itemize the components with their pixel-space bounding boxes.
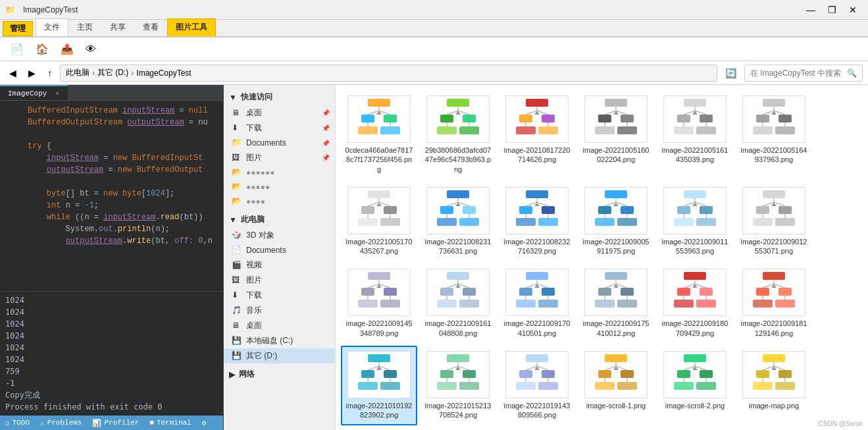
svg-rect-209 bbox=[779, 288, 792, 296]
console-line: 1024 bbox=[5, 294, 218, 306]
file-item[interactable]: image-20221009175410012.png bbox=[578, 263, 654, 343]
sidebar-item-video[interactable]: 🎬 视频 bbox=[224, 257, 335, 273]
pictures-icon: 🖼 bbox=[232, 153, 242, 163]
ribbon-cmd-share[interactable]: 📤 bbox=[55, 41, 79, 57]
ribbon-cmd-file[interactable]: 📄 bbox=[5, 41, 29, 57]
search-box[interactable]: 🔍 bbox=[744, 65, 863, 82]
file-item[interactable]: image-scroll-2.png bbox=[657, 346, 733, 425]
sidebar-item-local-c[interactable]: 💾 本地磁盘 (C:) bbox=[224, 333, 335, 348]
close-button[interactable]: ✕ bbox=[843, 3, 863, 17]
ribbon-tab-图片工具[interactable]: 图片工具 bbox=[167, 18, 216, 36]
svg-rect-4 bbox=[361, 115, 374, 122]
svg-rect-100 bbox=[519, 206, 532, 214]
file-item[interactable]: image-20221009145348789.png bbox=[341, 263, 417, 343]
ribbon-tab-共享[interactable]: 共享 bbox=[101, 18, 134, 36]
file-name: image-20221010192823902.png bbox=[345, 401, 413, 420]
console-line: 1024 bbox=[5, 318, 218, 330]
bottom-settings[interactable]: ⚙ bbox=[202, 419, 207, 427]
bottom-todo[interactable]: ☑TODO bbox=[5, 419, 30, 427]
svg-rect-69 bbox=[753, 126, 773, 134]
file-item[interactable]: image-20210817220714626.png bbox=[499, 90, 575, 179]
sidebar-item-documents[interactable]: 📁 Documents 📌 bbox=[224, 136, 335, 150]
file-thumbnail bbox=[426, 187, 490, 234]
bottom-profiler[interactable]: 📊Profiler bbox=[92, 419, 139, 427]
sidebar-item-folder2[interactable]: 📂 ●●●●● bbox=[224, 180, 335, 194]
address-path[interactable]: 此电脑 › 其它 (D:) › ImageCopyTest bbox=[60, 65, 717, 82]
sidebar-item-docs[interactable]: 📄 Documents bbox=[224, 243, 335, 257]
back-button[interactable]: ◀ bbox=[5, 67, 20, 80]
sidebar-item-music[interactable]: 🎵 音乐 bbox=[224, 303, 335, 318]
file-item[interactable]: image-map.png bbox=[736, 346, 812, 425]
ribbon-cmd-view[interactable]: 👁 bbox=[80, 42, 101, 57]
file-item[interactable]: image-20221005164937963.png bbox=[736, 90, 812, 179]
file-item[interactable]: image-20221009161048808.png bbox=[420, 263, 496, 343]
code-tab-imagecopy[interactable]: ImageCopy ✕ bbox=[0, 85, 68, 100]
file-item[interactable]: image-20221009170410501.png bbox=[499, 263, 575, 343]
search-input[interactable] bbox=[750, 68, 847, 78]
forward-button[interactable]: ▶ bbox=[24, 67, 39, 80]
minimize-button[interactable]: — bbox=[801, 3, 821, 17]
this-pc-header[interactable]: ▼ 此电脑 bbox=[224, 211, 335, 228]
sidebar-item-folder3[interactable]: 📂 ●●●● bbox=[224, 194, 335, 209]
network-header[interactable]: ▶ 网络 bbox=[224, 366, 335, 383]
file-item[interactable]: image-20221009005911975.png bbox=[578, 182, 654, 261]
sidebar-item-3d[interactable]: 🎲 3D 对象 bbox=[224, 228, 335, 243]
file-item[interactable]: image-20221015213708524.png bbox=[420, 346, 496, 425]
svg-rect-65 bbox=[779, 115, 792, 122]
file-item[interactable]: image-scroll-1.png bbox=[578, 346, 654, 425]
svg-rect-143 bbox=[775, 218, 795, 226]
ribbon-tab-文件[interactable]: 文件 bbox=[36, 18, 68, 36]
file-item[interactable]: image-20221010192823902.png bbox=[341, 346, 417, 425]
sidebar-item-drive-d[interactable]: 💾 其它 (D:) bbox=[224, 348, 335, 363]
file-item[interactable]: image-20221008231736631.png bbox=[420, 182, 496, 261]
path-part-0[interactable]: 此电脑 bbox=[66, 67, 89, 78]
svg-rect-153 bbox=[358, 300, 378, 308]
file-item[interactable]: image-20221009181129146.png bbox=[736, 263, 812, 343]
desktop-icon: 🖥 bbox=[232, 108, 242, 119]
drive-c-icon: 💾 bbox=[232, 336, 242, 346]
up-button[interactable]: ↑ bbox=[43, 67, 56, 80]
expand-icon: ▼ bbox=[229, 215, 237, 225]
path-part-1[interactable]: 其它 (D:) bbox=[97, 67, 128, 78]
svg-rect-232 bbox=[440, 370, 453, 378]
file-thumbnail bbox=[663, 95, 727, 143]
refresh-button[interactable]: 🔄 bbox=[721, 67, 740, 80]
code-line: BufferedOutputStream outputStream = nu bbox=[0, 118, 223, 130]
svg-rect-177 bbox=[516, 300, 536, 308]
file-item[interactable]: image-20221005170435267.png bbox=[341, 182, 417, 261]
quick-access-header[interactable]: ▼ 快速访问 bbox=[224, 89, 335, 105]
restore-button[interactable]: ❐ bbox=[822, 3, 842, 17]
file-item[interactable]: image-20221005160022204.png bbox=[578, 90, 654, 179]
svg-rect-76 bbox=[361, 206, 374, 214]
ribbon-tab-主页[interactable]: 主页 bbox=[68, 18, 101, 36]
svg-rect-35 bbox=[538, 126, 558, 134]
main-layout: ImageCopy ✕ BufferedInputStream inputStr… bbox=[0, 85, 868, 430]
svg-rect-89 bbox=[463, 206, 476, 214]
file-item[interactable]: image-20221008232716329.png bbox=[499, 182, 575, 261]
file-item[interactable]: image-20221005161435039.png bbox=[657, 90, 733, 179]
code-line: System.out.println(n); bbox=[0, 225, 223, 236]
file-item[interactable]: image-20221019143809566.png bbox=[499, 346, 575, 425]
bottom-terminal[interactable]: ■Terminal bbox=[149, 419, 191, 427]
sidebar-item-pictures[interactable]: 🖼 图片 📌 bbox=[224, 150, 335, 165]
sidebar-item-dl[interactable]: ⬇ 下载 bbox=[224, 288, 335, 303]
sidebar-item-pics[interactable]: 🖼 图片 bbox=[224, 273, 335, 288]
file-item[interactable]: image-20221009012553071.png bbox=[736, 182, 812, 261]
svg-rect-107 bbox=[538, 218, 558, 226]
code-tab-close[interactable]: ✕ bbox=[55, 90, 60, 97]
sidebar-item-download[interactable]: ⬇ 下载 📌 bbox=[224, 121, 335, 136]
path-part-2[interactable]: ImageCopyTest bbox=[136, 68, 191, 78]
file-item[interactable]: 0cdeca466a0ae78178c7f1737256f456.png bbox=[341, 90, 417, 179]
bottom-problems[interactable]: ⚠Problems bbox=[40, 419, 82, 427]
ribbon-manage-tab[interactable]: 管理 bbox=[3, 21, 33, 36]
file-item[interactable]: 29b380686d3afcd0747e96c54793b963.png bbox=[420, 90, 496, 179]
ribbon-tab-查看[interactable]: 查看 bbox=[134, 18, 167, 36]
file-item[interactable]: image-20221009180709429.png bbox=[657, 263, 733, 343]
svg-rect-93 bbox=[437, 218, 457, 226]
svg-rect-179 bbox=[538, 300, 558, 308]
ribbon-cmd-home[interactable]: 🏠 bbox=[30, 41, 54, 57]
sidebar-item-folder1[interactable]: 📂 ●●●●●● bbox=[224, 165, 335, 180]
sidebar-item-desktop[interactable]: 🖥 桌面 📌 bbox=[224, 105, 335, 121]
file-item[interactable]: image-20221009011553963.png bbox=[657, 182, 733, 261]
sidebar-item-desk[interactable]: 🖥 桌面 bbox=[224, 318, 335, 333]
